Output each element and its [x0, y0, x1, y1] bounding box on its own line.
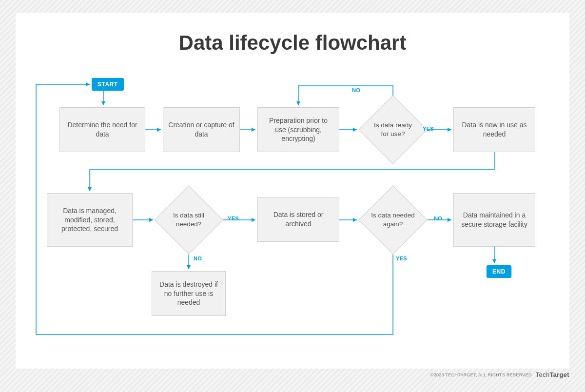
label-d3-no: NO	[434, 216, 442, 221]
diagram-title: Data lifecycle flowchart	[16, 31, 569, 55]
brand-logo: TechTarget	[536, 371, 569, 378]
node-stored-archived: Data is stored or archived	[257, 197, 339, 242]
flowchart-canvas: Data lifecycle flowchart START Determine…	[16, 13, 569, 369]
arrows-layer	[16, 13, 569, 369]
node-creation-capture: Creation or capture of data	[163, 107, 240, 152]
decision-needed-again: Is data needed again?	[369, 196, 417, 244]
label-d1-yes: YES	[423, 126, 434, 132]
node-preparation: Preparation prior to use (scrubbing, enc…	[257, 107, 339, 152]
start-pill: START	[92, 78, 124, 91]
footer: ©2023 TECHTARGET, ALL RIGHTS RESERVED Te…	[430, 371, 569, 378]
decision-still-needed: Is data still needed?	[164, 196, 213, 244]
label-d1-no: NO	[352, 87, 360, 93]
node-secure-storage: Data maintained in a secure storage faci…	[453, 193, 535, 247]
node-determine-need: Determine the need for data	[59, 107, 145, 152]
label-d2-yes: YES	[228, 216, 239, 221]
node-destroyed: Data is destroyed if no further use is n…	[152, 271, 226, 316]
node-in-use: Data is now in use as needed	[453, 107, 535, 152]
copyright-text: ©2023 TECHTARGET, ALL RIGHTS RESERVED	[430, 372, 532, 377]
decision-ready-for-use: Is data ready for use?	[369, 105, 417, 154]
label-d2-no: NO	[194, 255, 202, 261]
node-managed-stored: Data is managed, modified, stored, prote…	[47, 193, 133, 247]
end-pill: END	[487, 265, 511, 278]
label-d3-yes: YES	[396, 255, 407, 261]
